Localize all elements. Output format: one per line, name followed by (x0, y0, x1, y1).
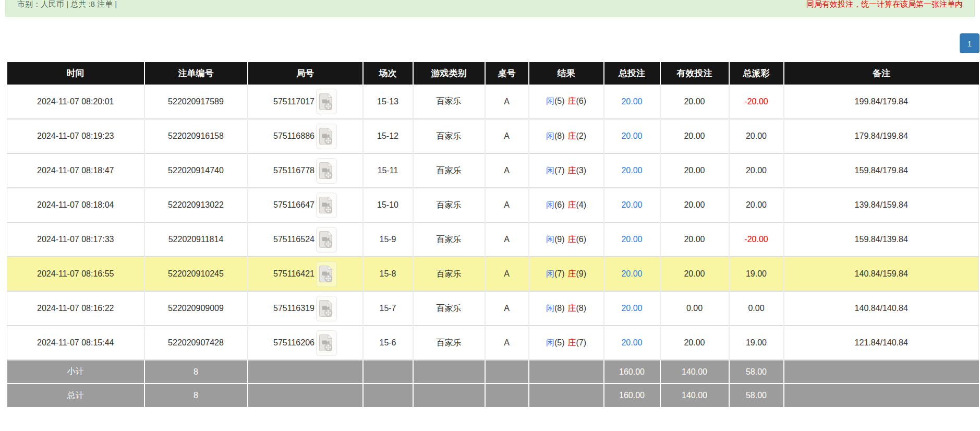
round-id-wrap: 575116647 (249, 193, 362, 218)
currency-summary-bar: 市别：人民币 | 总共 :8 注单 | 同局有效投注，统一计算在该局第一张注单内 (5, 0, 975, 17)
cell-valid-bet: 20.00 (660, 222, 729, 257)
total-row-payout: 58.00 (729, 384, 784, 407)
cell-payout: -20.00 (729, 85, 784, 119)
round-id-text: 575116421 (273, 269, 314, 279)
subtotal-row-empty (784, 360, 979, 384)
video-replay-button[interactable] (316, 261, 337, 287)
round-id-text: 575116524 (273, 235, 314, 244)
column-header: 游戏类别 (413, 62, 485, 85)
subtotal-row-label: 小计 (7, 360, 144, 384)
total-bet-link[interactable]: 20.00 (621, 338, 642, 347)
result-player-score: (5) (554, 338, 565, 347)
cell-valid-bet: 20.00 (660, 119, 729, 153)
cell-game-type: 百家乐 (413, 222, 485, 257)
total-bet-link[interactable]: 20.00 (621, 97, 642, 106)
cell-time: 2024-11-07 08:20:01 (7, 85, 144, 119)
result-player-label: 闲 (546, 304, 554, 313)
cell-session: 15-12 (363, 119, 413, 153)
column-header: 局号 (248, 62, 363, 85)
cell-total-bet: 20.00 (604, 257, 660, 291)
total-row-valid-bet: 140.00 (660, 384, 729, 407)
cell-remark: 199.84/179.84 (784, 85, 979, 119)
total-bet-link[interactable]: 20.00 (621, 131, 642, 140)
cell-result: 闲(5)庄(6) (529, 85, 604, 119)
cell-valid-bet: 20.00 (660, 153, 729, 188)
table-row: 2024-11-07 08:16:22522020909009575116319… (7, 291, 979, 326)
column-header: 时间 (7, 62, 144, 85)
cell-game-type: 百家乐 (413, 119, 485, 153)
round-id-wrap: 575117017 (249, 89, 362, 114)
cell-remark: 179.84/199.84 (784, 119, 979, 153)
round-id-wrap: 575116421 (249, 261, 362, 287)
result-banker-label: 庄 (568, 338, 576, 347)
total-bet-link[interactable]: 20.00 (621, 166, 642, 175)
table-row: 2024-11-07 08:18:04522020913022575116647… (7, 188, 979, 222)
cell-result: 闲(8)庄(2) (529, 119, 604, 153)
cell-result: 闲(5)庄(7) (529, 326, 604, 360)
cell-round-id: 575116886 (248, 119, 363, 153)
video-replay-button[interactable] (316, 158, 337, 184)
cell-game-type: 百家乐 (413, 153, 485, 188)
result-banker-label: 庄 (568, 131, 576, 140)
total-bet-link[interactable]: 20.00 (621, 200, 642, 209)
round-id-wrap: 575116524 (249, 227, 362, 253)
video-replay-button[interactable] (316, 296, 337, 321)
table-header: 时间注单编号局号场次游戏类别桌号结果总投注有效投注总派彩备注 (7, 62, 979, 85)
result-banker-score: (7) (576, 338, 587, 347)
cell-result: 闲(9)庄(6) (529, 222, 604, 257)
round-id-wrap: 575116206 (249, 330, 362, 356)
cell-round-id: 575116421 (248, 257, 363, 291)
cell-bet-id: 522020913022 (144, 188, 248, 222)
total-row-empty (784, 384, 979, 407)
cell-table-no: A (485, 153, 529, 188)
cell-round-id: 575116319 (248, 291, 363, 326)
cell-valid-bet: 0.00 (660, 291, 729, 326)
video-replay-button[interactable] (316, 193, 337, 218)
total-bet-link[interactable]: 20.00 (621, 269, 642, 278)
table-row: 2024-11-07 08:16:55522020910245575116421… (7, 257, 979, 291)
result-banker-label: 庄 (568, 235, 576, 244)
cell-total-bet: 20.00 (604, 119, 660, 153)
cell-remark: 140.84/159.84 (784, 257, 979, 291)
total-row: 总计8160.00140.0058.00 (7, 384, 979, 407)
cell-result: 闲(7)庄(3) (529, 153, 604, 188)
cell-remark: 159.84/139.84 (784, 222, 979, 257)
table-row: 2024-11-07 08:18:47522020914740575116778… (7, 153, 979, 188)
cell-valid-bet: 20.00 (660, 326, 729, 360)
round-id-text: 575116319 (273, 304, 314, 313)
video-replay-button[interactable] (316, 227, 337, 253)
video-replay-button[interactable] (316, 330, 337, 356)
total-row-empty (363, 384, 413, 407)
video-file-icon (319, 162, 333, 179)
cell-bet-id: 522020916158 (144, 119, 248, 153)
subtotal-row-total-bet: 160.00 (604, 360, 660, 384)
cell-payout: 20.00 (729, 188, 784, 222)
subtotal-row-empty (529, 360, 604, 384)
total-bet-link[interactable]: 20.00 (621, 235, 642, 244)
cell-table-no: A (485, 188, 529, 222)
cell-total-bet: 20.00 (604, 326, 660, 360)
pagination-page-1[interactable]: 1 (960, 33, 979, 53)
video-replay-button[interactable] (316, 89, 337, 114)
total-bet-link[interactable]: 20.00 (621, 304, 642, 313)
cell-valid-bet: 20.00 (660, 85, 729, 119)
column-header: 备注 (784, 62, 979, 85)
video-file-icon (319, 127, 333, 145)
subtotal-row-payout: 58.00 (729, 360, 784, 384)
subtotal-row-count: 8 (144, 360, 248, 384)
cell-round-id: 575116206 (248, 326, 363, 360)
cell-payout: -20.00 (729, 222, 784, 257)
result-player-label: 闲 (546, 269, 554, 278)
table-row: 2024-11-07 08:19:23522020916158575116886… (7, 119, 979, 153)
cell-payout: 20.00 (729, 119, 784, 153)
result-banker-score: (2) (576, 131, 587, 140)
video-replay-button[interactable] (316, 124, 337, 149)
cell-game-type: 百家乐 (413, 326, 485, 360)
round-id-wrap: 575116778 (249, 158, 362, 184)
total-row-count: 8 (144, 384, 248, 407)
cell-total-bet: 20.00 (604, 85, 660, 119)
cell-remark: 139.84/159.84 (784, 188, 979, 222)
column-header: 场次 (363, 62, 413, 85)
cell-round-id: 575116647 (248, 188, 363, 222)
total-row-empty (529, 384, 604, 407)
